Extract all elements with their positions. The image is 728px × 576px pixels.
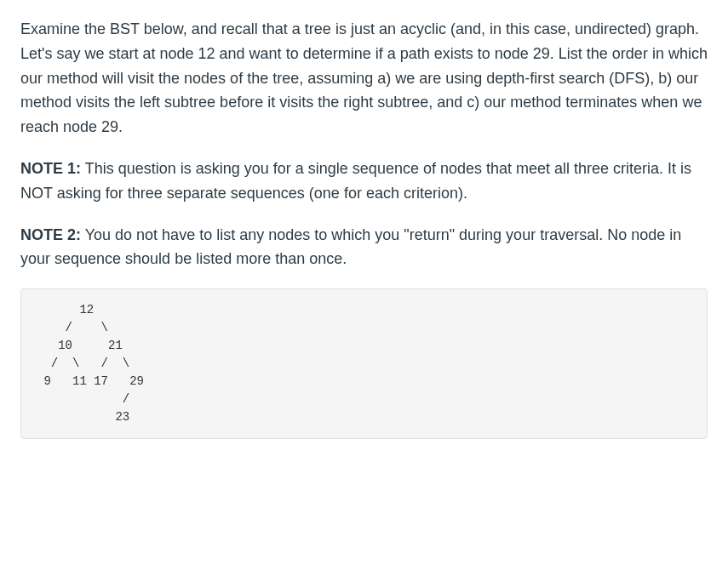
question-intro: Examine the BST below, and recall that a… — [20, 17, 708, 140]
note-2: NOTE 2: You do not have to list any node… — [20, 223, 708, 272]
tree-diagram: 12 / \ 10 21 / \ / \ 9 11 17 29 / 23 — [20, 288, 708, 439]
note-1-text: This question is asking you for a single… — [20, 160, 691, 202]
note-2-text: You do not have to list any nodes to whi… — [20, 226, 681, 268]
note-1-label: NOTE 1: — [20, 160, 81, 177]
note-2-label: NOTE 2: — [20, 226, 81, 243]
note-1: NOTE 1: This question is asking you for … — [20, 157, 708, 206]
